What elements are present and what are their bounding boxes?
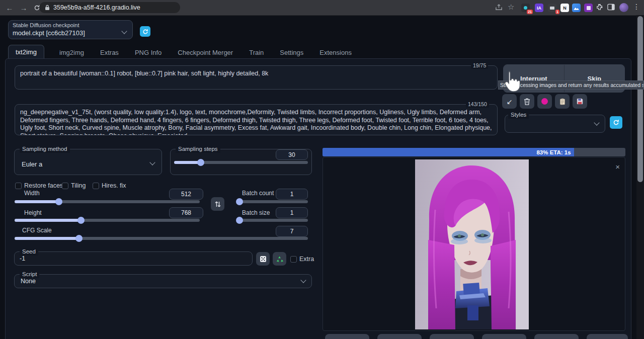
output-action-button[interactable] bbox=[482, 334, 526, 339]
tab-extras[interactable]: Extras bbox=[99, 46, 120, 59]
capture-extension-badge: 1 bbox=[555, 10, 559, 14]
seed-label: Seed bbox=[20, 248, 38, 256]
save-style-button[interactable] bbox=[573, 94, 587, 109]
slider-knob[interactable] bbox=[236, 198, 243, 205]
slider-knob[interactable] bbox=[197, 159, 204, 166]
swap-dimensions-button[interactable] bbox=[211, 197, 224, 211]
output-action-button[interactable] bbox=[534, 334, 579, 339]
script-label: Script bbox=[20, 271, 39, 278]
onenote-shape bbox=[587, 6, 591, 10]
bookmark-star-icon[interactable]: ☆ bbox=[508, 3, 514, 12]
batch-size-value[interactable]: 1 bbox=[276, 207, 308, 218]
extensions-puzzle-icon[interactable] bbox=[596, 4, 603, 13]
styles-dropdown[interactable]: Styles bbox=[505, 115, 605, 133]
width-slider[interactable] bbox=[15, 200, 200, 203]
tab-settings[interactable]: Settings bbox=[279, 46, 304, 59]
tab-extensions[interactable]: Extensions bbox=[318, 46, 353, 59]
back-icon[interactable]: ← bbox=[4, 2, 15, 13]
checkpoint-value: model.ckpt [cc6cb27103] bbox=[13, 29, 85, 37]
ia-label: IA bbox=[537, 6, 541, 11]
dice-icon bbox=[260, 256, 267, 263]
pinned-extension-icon[interactable]: 21 bbox=[521, 4, 530, 12]
scrollbar-track[interactable] bbox=[636, 15, 644, 339]
tiling-option[interactable]: Tiling bbox=[62, 182, 86, 189]
cfg-scale-slider[interactable] bbox=[15, 237, 308, 240]
tiling-label: Tiling bbox=[71, 182, 86, 189]
restore-faces-checkbox[interactable] bbox=[15, 183, 22, 189]
width-value[interactable]: 512 bbox=[169, 189, 203, 200]
share-icon[interactable] bbox=[495, 4, 503, 13]
progress-bar-fill: 83% ETA: 1s bbox=[323, 148, 574, 156]
restore-faces-option[interactable]: Restore faces bbox=[15, 182, 63, 189]
output-action-button[interactable] bbox=[587, 334, 628, 339]
negative-prompt-input[interactable]: ng_deepnegative_v1_75t, (worst quality, … bbox=[15, 104, 498, 135]
progress-label: 83% ETA: 1s bbox=[536, 149, 571, 155]
seed-input[interactable]: Seed -1 bbox=[14, 251, 253, 266]
sampling-steps-slider[interactable] bbox=[174, 161, 308, 164]
negative-prompt-token-counter: 143/150 bbox=[466, 101, 489, 108]
refresh-styles-button[interactable] bbox=[610, 116, 622, 129]
height-value[interactable]: 768 bbox=[169, 207, 203, 218]
tiling-checkbox[interactable] bbox=[62, 183, 68, 189]
capture-extension-icon[interactable]: 1 bbox=[548, 4, 556, 12]
extra-seed-option[interactable]: Extra bbox=[290, 256, 314, 263]
url-bar[interactable]: 359e5b9a-a5ff-4216.gradio.live bbox=[39, 2, 180, 13]
extra-seed-checkbox[interactable] bbox=[290, 256, 297, 263]
close-preview-icon[interactable]: × bbox=[615, 163, 620, 171]
url-text: 359e5b9a-a5ff-4216.gradio.live bbox=[53, 4, 140, 11]
tab-txt2img[interactable]: txt2img bbox=[8, 45, 44, 59]
generated-image-preview[interactable] bbox=[415, 159, 529, 329]
height-slider[interactable] bbox=[15, 219, 200, 222]
tab-bar: txt2img img2img Extras PNG Info Checkpoi… bbox=[8, 45, 353, 59]
cfg-scale-value[interactable]: 7 bbox=[276, 226, 308, 237]
batch-count-value[interactable]: 1 bbox=[276, 189, 308, 200]
scrollbar-thumb[interactable] bbox=[637, 16, 643, 182]
ia-extension-icon[interactable]: IA bbox=[535, 4, 543, 12]
batch-count-slider[interactable] bbox=[236, 200, 308, 203]
extra-networks-button[interactable] bbox=[537, 94, 552, 109]
chevron-down-icon bbox=[300, 277, 306, 283]
onenote-extension-icon[interactable] bbox=[584, 4, 593, 12]
slider-knob[interactable] bbox=[236, 217, 243, 224]
hires-fix-checkbox[interactable] bbox=[93, 183, 99, 189]
random-seed-button[interactable] bbox=[256, 252, 270, 266]
refresh-icon bbox=[613, 119, 619, 126]
tab-img2img[interactable]: img2img bbox=[58, 46, 85, 59]
reuse-seed-button[interactable] bbox=[273, 252, 286, 266]
image-extension-icon[interactable] bbox=[572, 4, 581, 12]
read-generation-params-button[interactable]: ↙ bbox=[502, 94, 517, 109]
notion-label: N bbox=[563, 6, 567, 11]
output-action-button[interactable] bbox=[377, 334, 422, 339]
prompt-input[interactable]: portrait of a beautiful [woman::0.1] rob… bbox=[15, 65, 498, 90]
notion-extension-icon[interactable]: N bbox=[560, 4, 569, 12]
refresh-checkpoint-button[interactable] bbox=[140, 26, 150, 37]
clear-prompt-button[interactable] bbox=[520, 94, 534, 109]
slider-knob[interactable] bbox=[77, 217, 85, 224]
output-action-button[interactable] bbox=[325, 334, 369, 339]
sampling-method-dropdown[interactable]: Sampling method Euler a bbox=[14, 149, 162, 175]
forward-icon[interactable]: → bbox=[18, 2, 29, 13]
puzzle-glyph bbox=[596, 4, 603, 11]
clipboard-icon bbox=[559, 98, 566, 105]
sidebar-panel-icon[interactable] bbox=[607, 4, 615, 13]
cfg-scale-label: CFG Scale bbox=[22, 227, 52, 234]
chevron-down-icon bbox=[594, 120, 599, 125]
refresh-icon bbox=[142, 29, 148, 35]
sampling-method-value: Euler a bbox=[22, 160, 42, 168]
seed-value: -1 bbox=[20, 255, 25, 262]
profile-avatar[interactable] bbox=[619, 3, 628, 12]
slider-knob[interactable] bbox=[75, 235, 83, 242]
output-action-button[interactable] bbox=[430, 334, 474, 339]
apply-styles-button[interactable] bbox=[555, 94, 570, 109]
browser-menu-icon[interactable]: ⋮ bbox=[633, 3, 640, 11]
chevron-down-icon bbox=[149, 159, 155, 165]
tab-train[interactable]: Train bbox=[248, 46, 265, 59]
script-dropdown[interactable]: Script None bbox=[14, 274, 312, 288]
checkpoint-dropdown[interactable]: Stable Diffusion checkpoint model.ckpt [… bbox=[8, 20, 133, 39]
batch-size-slider[interactable] bbox=[236, 219, 308, 222]
sampling-steps-value[interactable]: 30 bbox=[276, 149, 308, 160]
hires-fix-option[interactable]: Hires. fix bbox=[93, 182, 126, 189]
tab-checkpoint-merger[interactable]: Checkpoint Merger bbox=[177, 46, 234, 59]
slider-knob[interactable] bbox=[55, 198, 62, 205]
tab-png-info[interactable]: PNG Info bbox=[134, 46, 163, 59]
